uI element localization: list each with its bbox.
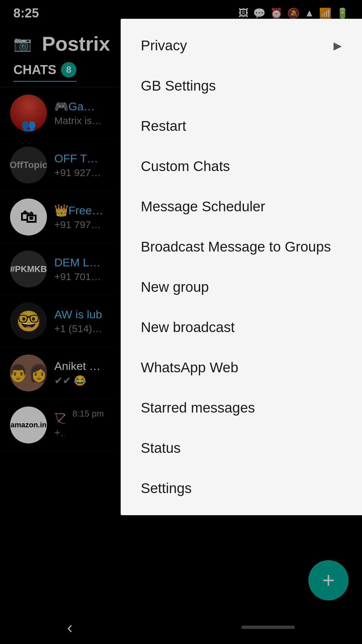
menu-label-whatsapp-web: WhatsApp Web [141, 360, 238, 376]
menu-label-settings: Settings [141, 480, 192, 496]
menu-item-starred-messages[interactable]: Starred messages [121, 388, 362, 428]
menu-item-privacy[interactable]: Privacy ▶ [121, 25, 362, 66]
menu-label-restart: Restart [141, 118, 186, 134]
menu-item-custom-chats[interactable]: Custom Chats [121, 146, 362, 186]
menu-item-restart[interactable]: Restart [121, 106, 362, 146]
menu-item-message-scheduler[interactable]: Message Scheduler [121, 186, 362, 227]
menu-label-status: Status [141, 440, 181, 456]
menu-label-new-group: New group [141, 279, 209, 295]
menu-item-settings[interactable]: Settings [121, 468, 362, 508]
menu-item-new-broadcast[interactable]: New broadcast [121, 307, 362, 347]
menu-label-privacy: Privacy [141, 38, 187, 54]
menu-label-custom-chats: Custom Chats [141, 158, 230, 174]
menu-label-broadcast-groups: Broadcast Message to Groups [141, 239, 331, 255]
menu-item-whatsapp-web[interactable]: WhatsApp Web [121, 347, 362, 388]
menu-label-message-scheduler: Message Scheduler [141, 199, 265, 215]
menu-item-new-group[interactable]: New group [121, 267, 362, 307]
menu-label-new-broadcast: New broadcast [141, 319, 235, 335]
menu-label-starred-messages: Starred messages [141, 400, 255, 416]
chevron-right-icon: ▶ [334, 39, 342, 52]
menu-item-broadcast-groups[interactable]: Broadcast Message to Groups [121, 227, 362, 267]
dropdown-menu: Privacy ▶ GB Settings Restart Custom Cha… [121, 19, 362, 515]
menu-item-status[interactable]: Status [121, 428, 362, 468]
menu-item-gb-settings[interactable]: GB Settings [121, 66, 362, 106]
menu-label-gb-settings: GB Settings [141, 78, 216, 94]
